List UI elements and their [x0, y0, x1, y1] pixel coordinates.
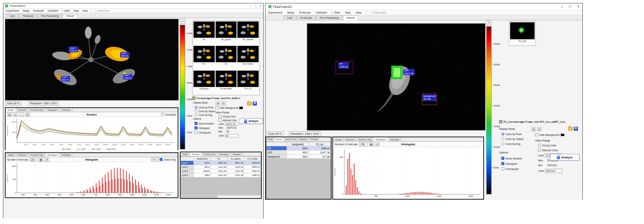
histogram-tool-icon[interactable]: ▦	[369, 142, 374, 146]
panel-tab-graph[interactable]: Graph	[6, 153, 16, 157]
main-image[interactable]: WT1265.43 GFP11677.38 background527.88	[307, 23, 486, 131]
panel-tab-numeric[interactable]: Numeric	[16, 153, 29, 157]
expand-panel-button[interactable]: »	[180, 19, 185, 24]
cell[interactable]: 1546.42	[244, 169, 261, 173]
chart-tool-icon[interactable]: ⊕	[25, 113, 30, 117]
row-header[interactable]: Leaf 2	[181, 165, 194, 169]
menu-setup[interactable]: Setup	[23, 9, 29, 12]
maximize-button[interactable]: □	[255, 4, 256, 8]
menu-stop[interactable]: Stop	[74, 9, 79, 12]
panel-tab-numeric-avg[interactable]: Numeric Avg	[29, 108, 45, 112]
cell[interactable]: 3557.26	[227, 161, 244, 165]
main-image[interactable]: Leaf 23790.33 Leaf 33935.46 Leaf 13844.7…	[5, 19, 179, 101]
panel-tab-graph[interactable]: Graph	[6, 108, 16, 112]
tab-pre-processing[interactable]: Pre-Processing	[38, 14, 62, 18]
cell[interactable]: 1341.39	[227, 173, 244, 177]
show-number-checkbox[interactable]: ✓	[195, 122, 198, 125]
chart-tool-icon[interactable]: ↔	[19, 113, 24, 117]
limit-high-field[interactable]: 15372.33	[225, 122, 238, 126]
cell[interactable]: 1312.28	[227, 169, 244, 173]
horizontal-scrollbar[interactable]	[181, 195, 261, 198]
tab-result[interactable]: Result	[343, 15, 358, 20]
table-row[interactable]: Leaf 2 9813 2114.18 2114.18 1884.41	[181, 165, 261, 169]
radio-color-by-pixel[interactable]	[501, 132, 504, 135]
manual-color-checkbox[interactable]	[538, 149, 541, 152]
save-icon[interactable]	[574, 127, 578, 131]
thumbnail-fp[interactable]: Fp	[216, 46, 237, 69]
show-number-checkbox[interactable]: ✓	[501, 157, 504, 160]
row-header[interactable]: background	[267, 155, 287, 159]
panel-tab-notepad[interactable]: Notepad	[388, 137, 401, 141]
menu-experiment[interactable]: Experiment	[268, 11, 282, 14]
thumbnail-fo[interactable]: Fo	[193, 21, 215, 45]
column-header[interactable]: Ft_Lss	[309, 142, 331, 146]
table-row[interactable]: Leaf 4 1884 1341.39 1341.39 1186.72	[181, 173, 261, 177]
analyze-button[interactable]: Analyze	[550, 154, 579, 161]
cell[interactable]: 3557.25	[210, 161, 227, 165]
menu-setup[interactable]: Setup	[287, 11, 294, 14]
cell[interactable]: 26506	[194, 169, 211, 173]
thumbnail-fm[interactable]: Fm	[193, 46, 215, 69]
panel-tab-histogram[interactable]: Histogram	[45, 108, 60, 112]
panel-tab-histogram[interactable]: Histogram	[298, 137, 309, 141]
thumbnail-fo-gauss[interactable]: Fo_gauss	[216, 21, 237, 45]
zoom-in-button[interactable]: ⊕	[216, 101, 220, 105]
histogram-tool-icon[interactable]: ↺	[44, 158, 49, 162]
menu-start-auto[interactable]: ▷Start Auto	[96, 9, 109, 12]
panel-tab-notepad[interactable]: Notepad	[309, 137, 320, 141]
scrollbar-thumb[interactable]	[181, 196, 217, 198]
panel-tab-graph[interactable]: Graph	[266, 137, 274, 141]
menu-start[interactable]: ▷Start	[332, 11, 340, 14]
histogram-checkbox[interactable]: ✓	[501, 162, 504, 165]
cell[interactable]: 1478.64	[244, 161, 261, 165]
thumbnail-fp-gauss[interactable]: Fp-gauss	[193, 71, 215, 94]
select-only-checkbox[interactable]: ✓	[160, 158, 163, 161]
panel-tab-notepad[interactable]: Notepad	[231, 152, 243, 156]
row-header[interactable]: Leaf 1	[181, 161, 194, 165]
zoom-out-button[interactable]: ⊖	[221, 101, 226, 105]
radio-color-by-object[interactable]	[195, 110, 198, 113]
maximize-button[interactable]: □	[569, 5, 571, 9]
open-icon[interactable]	[568, 127, 573, 131]
cell[interactable]: 9591	[287, 155, 309, 159]
chart-tool-icon[interactable]: ▤	[7, 113, 12, 117]
menu-stop[interactable]: Stop	[345, 11, 351, 14]
background-color-swatch[interactable]	[561, 134, 564, 136]
row-header[interactable]: Leaf 4	[181, 173, 194, 177]
hide-background-checkbox[interactable]	[216, 106, 219, 109]
intervals-field[interactable]: 256	[30, 158, 37, 161]
open-icon[interactable]	[247, 102, 252, 105]
panel-tab-notepad[interactable]: Notepad	[60, 108, 72, 112]
histogram-tool-icon[interactable]: ↺	[375, 142, 380, 146]
group-color-checkbox[interactable]	[538, 144, 541, 147]
thumbnail-fo-median[interactable]: Fo_median	[237, 21, 259, 45]
radio-color-by-avg[interactable]	[195, 113, 198, 116]
cell[interactable]: 1884.41	[244, 165, 261, 169]
menu-protocols[interactable]: Protocols	[299, 11, 311, 14]
menu-start-auto[interactable]: ▷Start Auto	[371, 11, 386, 14]
menu-help[interactable]: Help	[356, 11, 361, 14]
panel-tab-histogram[interactable]: Histogram	[45, 153, 60, 157]
column-header[interactable]: size[pixels]	[287, 142, 309, 146]
hide-background-checkbox[interactable]	[535, 133, 538, 136]
cell[interactable]: 527.88	[309, 155, 331, 159]
normalize-checkbox[interactable]	[161, 113, 164, 116]
chart-tool-icon[interactable]: ◫	[13, 113, 18, 117]
panel-tab-numeric[interactable]: Numeric	[190, 152, 202, 156]
panel-tab-numeric[interactable]: Numeric	[344, 137, 356, 141]
column-header[interactable]: size[pixels]	[194, 157, 211, 161]
background-color-swatch[interactable]	[239, 107, 243, 109]
close-button[interactable]: ×	[260, 4, 261, 8]
menu-start[interactable]: ▷Start	[62, 9, 70, 12]
cell[interactable]: 1341.39	[210, 173, 227, 177]
menu-help[interactable]: Help	[83, 9, 88, 12]
tab-result[interactable]: Result	[63, 14, 77, 18]
limit-low-field[interactable]: 50	[225, 134, 238, 137]
cell[interactable]: 1186.72	[244, 173, 261, 177]
manual-color-checkbox[interactable]	[219, 119, 222, 122]
panel-tab-numeric-avg[interactable]: Numeric Avg	[356, 137, 374, 141]
zoom-out-button[interactable]: ⊖	[537, 127, 541, 131]
panel-tab-histogram[interactable]: Histogram	[374, 137, 388, 141]
expand-panel-button[interactable]: »	[486, 20, 492, 25]
radio-color-by-object[interactable]	[501, 137, 504, 140]
